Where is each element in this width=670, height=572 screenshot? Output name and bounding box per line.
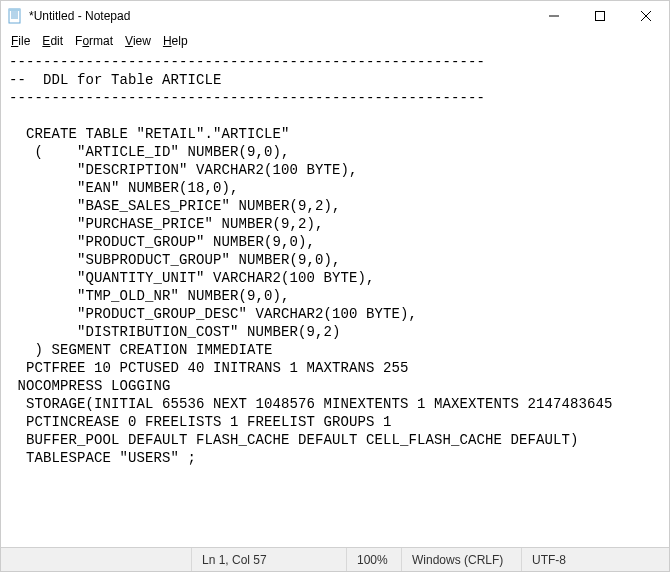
notepad-icon bbox=[7, 8, 23, 24]
statusbar: Ln 1, Col 57 100% Windows (CRLF) UTF-8 bbox=[1, 547, 669, 571]
menubar: File Edit Format View Help bbox=[1, 31, 669, 51]
menu-edit[interactable]: Edit bbox=[36, 33, 69, 49]
menu-format[interactable]: Format bbox=[69, 33, 119, 49]
status-encoding: UTF-8 bbox=[521, 548, 611, 571]
titlebar: *Untitled - Notepad bbox=[1, 1, 669, 31]
window-controls bbox=[531, 1, 669, 31]
minimize-button[interactable] bbox=[531, 1, 577, 31]
status-empty bbox=[1, 548, 191, 571]
status-lncol: Ln 1, Col 57 bbox=[191, 548, 346, 571]
maximize-button[interactable] bbox=[577, 1, 623, 31]
svg-rect-7 bbox=[596, 12, 605, 21]
notepad-window: *Untitled - Notepad File Edit Format Vie… bbox=[0, 0, 670, 572]
text-editor[interactable]: ----------------------------------------… bbox=[1, 51, 669, 547]
menu-help[interactable]: Help bbox=[157, 33, 194, 49]
menu-file[interactable]: File bbox=[5, 33, 36, 49]
menu-view[interactable]: View bbox=[119, 33, 157, 49]
svg-rect-5 bbox=[9, 9, 20, 11]
status-eol: Windows (CRLF) bbox=[401, 548, 521, 571]
close-button[interactable] bbox=[623, 1, 669, 31]
window-title: *Untitled - Notepad bbox=[29, 9, 531, 23]
status-zoom: 100% bbox=[346, 548, 401, 571]
